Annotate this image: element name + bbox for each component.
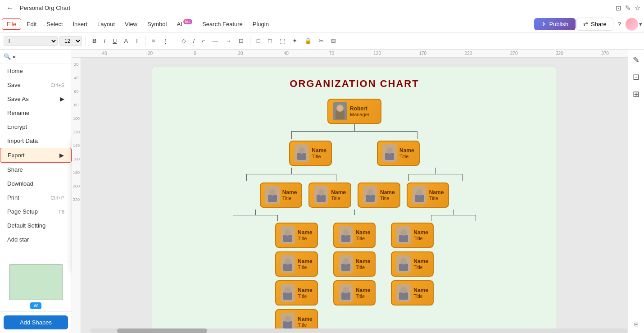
sidebar-item-rename[interactable]: Rename <box>0 106 72 120</box>
rp-grid-icon[interactable]: ⊞ <box>631 87 641 101</box>
l1-node-0[interactable]: Name Title <box>289 141 332 166</box>
svg-rect-29 <box>399 235 408 242</box>
text-button[interactable]: T <box>132 36 141 46</box>
sidebar-item-import-data[interactable]: Import Data <box>0 134 72 148</box>
svg-point-14 <box>416 189 422 196</box>
underline-button[interactable]: U <box>110 36 119 46</box>
sidebar-item-print[interactable]: Print Ctrl+P <box>0 191 72 205</box>
svg-rect-17 <box>283 264 292 271</box>
svg-rect-11 <box>366 195 375 202</box>
line-button[interactable]: / <box>190 36 198 46</box>
lock-button[interactable]: 🔒 <box>302 36 314 46</box>
rp-layout-icon[interactable]: ⊡ <box>631 70 641 84</box>
shape-button[interactable]: ◇ <box>179 36 189 46</box>
search-icon[interactable]: 🔍 <box>4 53 11 60</box>
svg-point-24 <box>343 229 349 236</box>
dots-button[interactable]: ⊡ <box>236 36 246 46</box>
sidebar-item-export[interactable]: Export ▶ <box>0 148 72 163</box>
l2-node-2[interactable]: Name Title <box>358 182 400 208</box>
add-shapes-button[interactable]: Add Shapes <box>4 315 68 329</box>
frame-button[interactable]: □ <box>254 36 263 46</box>
publish-button[interactable]: ✈ Publish <box>534 18 576 30</box>
svg-rect-7 <box>268 195 277 202</box>
help-icon[interactable]: ? <box>614 19 625 29</box>
bold-button[interactable]: B <box>90 36 99 46</box>
svg-point-30 <box>400 229 407 236</box>
table-button[interactable]: ◻ <box>265 36 275 46</box>
root-node[interactable]: Robert Manager <box>327 99 381 124</box>
connector-button[interactable]: ⌐ <box>199 36 208 46</box>
avatar[interactable] <box>626 18 638 31</box>
grid-button[interactable]: ⬚ <box>277 36 288 46</box>
sidebar-item-share[interactable]: Share <box>0 163 72 177</box>
svg-point-10 <box>318 189 324 196</box>
canvas-scroll[interactable]: ORGANIZATION CHART <box>81 58 628 333</box>
menu-file[interactable]: File <box>2 18 21 30</box>
arrow-right-button[interactable]: → <box>223 36 234 46</box>
collapse-icon[interactable]: « <box>13 53 16 60</box>
font-family-select[interactable]: l <box>4 36 58 46</box>
sidebar-item-default-setting[interactable]: Default Setting <box>0 219 72 233</box>
l3-node-2[interactable]: NameTitle <box>275 280 318 306</box>
edit-icon[interactable]: ✎ <box>625 4 631 12</box>
font-size-select[interactable]: 12 <box>59 36 82 46</box>
l3-node-8[interactable]: NameTitle <box>391 251 434 277</box>
sidebar-item-home[interactable]: Home <box>0 64 72 78</box>
arrow-button[interactable]: — <box>210 36 221 46</box>
sparkle-button[interactable]: ✦ <box>290 36 300 46</box>
export-view-button[interactable]: ⊟ <box>328 36 339 46</box>
menu-plugin[interactable]: Plugin <box>248 19 273 29</box>
italic-button[interactable]: I <box>101 36 108 46</box>
level-1: Name Title Name <box>289 141 419 166</box>
sidebar-item-save[interactable]: Save Ctrl+S <box>0 78 72 92</box>
svg-rect-5 <box>385 153 394 160</box>
right-panel: ✎ ⊡ ⊞ ⊟ <box>628 50 644 333</box>
l3-node-6[interactable]: NameTitle <box>333 280 376 306</box>
sidebar-item-download[interactable]: Download <box>0 177 72 191</box>
toolbar-separator-2 <box>145 36 145 46</box>
level-3: NameTitle NameTitle NameTitle <box>275 223 434 333</box>
menu-symbol[interactable]: Symbol <box>143 19 171 29</box>
font-color-button[interactable]: A <box>121 36 131 46</box>
rp-settings-icon[interactable]: ⊟ <box>632 319 640 329</box>
l3-node-1[interactable]: NameTitle <box>275 251 318 277</box>
back-button[interactable]: ← <box>4 3 16 13</box>
sidebar-item-save-as[interactable]: Save As ▶ <box>0 92 72 106</box>
sidebar-item-page-setup[interactable]: Page Setup F6 <box>0 205 72 219</box>
l1-node-1[interactable]: Name Title <box>377 141 420 166</box>
sidebar-item-add-star[interactable]: Add star <box>0 233 72 246</box>
align-center-button[interactable]: ⋮ <box>160 36 171 46</box>
l3-node-0[interactable]: NameTitle <box>275 223 318 248</box>
svg-rect-31 <box>399 264 408 271</box>
sidebar-item-encrypt[interactable]: Encrypt <box>0 120 72 134</box>
l3-node-4[interactable]: NameTitle <box>333 223 376 248</box>
avatar-dropdown-icon[interactable]: ▾ <box>639 21 642 27</box>
menu-edit[interactable]: Edit <box>22 19 41 29</box>
menu-select[interactable]: Select <box>42 19 67 29</box>
level-2: Name Title Name <box>260 182 449 208</box>
canvas: ORGANIZATION CHART <box>81 58 628 333</box>
l2-node-1[interactable]: Name Title <box>308 182 351 208</box>
l2-node-3[interactable]: Name Title <box>407 182 449 208</box>
star-icon[interactable]: ☆ <box>635 4 640 12</box>
chart-title: ORGANIZATION CHART <box>163 78 546 90</box>
cut-button[interactable]: ✂ <box>316 36 327 46</box>
share-button[interactable]: ⇄ Share <box>576 18 613 31</box>
svg-point-4 <box>299 147 305 154</box>
app-title: Personal Org Chart <box>20 5 612 11</box>
menu-layout[interactable]: Layout <box>93 19 119 29</box>
l3-node-7[interactable]: NameTitle <box>391 223 434 248</box>
menu-insert[interactable]: Insert <box>68 19 92 29</box>
menu-view[interactable]: View <box>120 19 142 29</box>
menu-search-feature[interactable]: Search Feature <box>198 19 247 29</box>
l3-node-5[interactable]: NameTitle <box>333 251 376 277</box>
rp-edit-icon[interactable]: ✎ <box>631 53 641 67</box>
align-left-button[interactable]: ≡ <box>149 36 158 46</box>
minimize-icon[interactable]: ⊡ <box>616 4 621 12</box>
l2-node-0[interactable]: Name Title <box>260 182 303 208</box>
l3-node-9[interactable]: NameTitle <box>391 280 434 306</box>
svg-rect-21 <box>283 321 292 328</box>
scrollbar-horizontal[interactable] <box>90 328 628 333</box>
menu-ai[interactable]: AI hot <box>172 19 197 29</box>
scrollbar-thumb[interactable] <box>117 328 207 333</box>
